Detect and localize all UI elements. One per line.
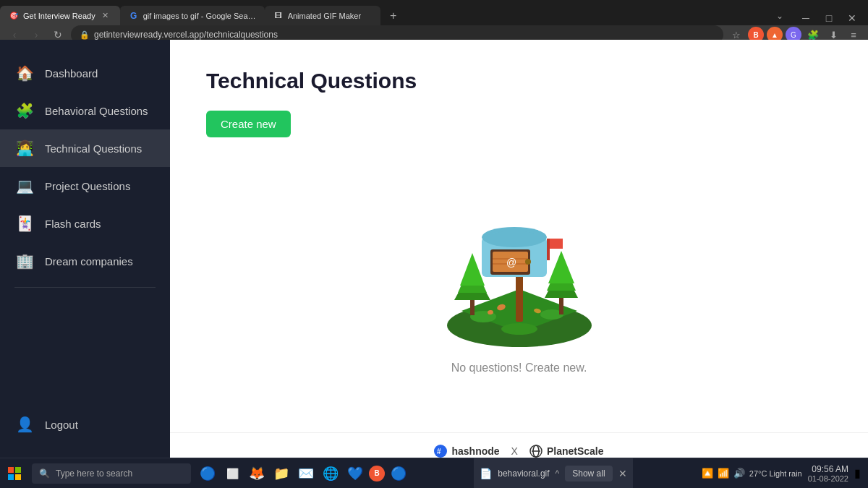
tab-animated-gif[interactable]: 🎞 Animated GIF Maker <box>265 6 380 25</box>
logout-icon: 👤 <box>14 414 35 435</box>
main-content: Technical Questions Create new <box>170 40 868 458</box>
wifi-icon[interactable]: 📶 <box>718 468 729 479</box>
sidebar-label-project: Project Questions <box>45 180 130 192</box>
sidebar-label-behavioral: Behavioral Questions <box>45 105 148 117</box>
download-bar: 📄 behavioral.gif ^ Show all ✕ <box>474 458 632 488</box>
sidebar-divider <box>14 287 156 288</box>
planetscale-icon <box>529 445 542 458</box>
tab3-title: Animated GIF Maker <box>288 12 372 20</box>
address-url: getinterviewready.vercel.app/technicalqu… <box>94 30 715 40</box>
notification-icon[interactable]: 🔼 <box>702 468 713 479</box>
chrome-taskbar-icon[interactable]: 🔵 <box>388 463 409 484</box>
tab1-close[interactable]: ✕ <box>100 10 111 22</box>
home-icon: 🏠 <box>14 63 35 83</box>
taskbar-app-icons: 🔵 ⬜ 🦊 📁 ✉️ 🌐 💙 B 🔵 <box>197 463 409 484</box>
sidebar-label-technical: Technical Questions <box>45 142 142 155</box>
clock-date: 01-08-2022 <box>808 474 848 483</box>
brave-taskbar-icon[interactable]: B <box>369 466 385 481</box>
svg-rect-34 <box>8 474 14 480</box>
hashnode-icon: # <box>434 445 447 458</box>
sidebar-label-logout: Logout <box>45 419 78 431</box>
task-view-icon[interactable]: ⬜ <box>221 463 243 484</box>
taskbar-search-text: Type here to search <box>56 468 132 479</box>
sidebar-item-dashboard[interactable]: 🏠 Dashboard <box>0 54 170 92</box>
sidebar-label-dream: Dream companies <box>45 255 133 267</box>
app-layout: 🏠 Dashboard 🧩 Behavioral Questions 👩‍💻 T… <box>0 40 868 458</box>
sidebar-item-behavioral[interactable]: 🧩 Behavioral Questions <box>0 92 170 129</box>
sidebar-item-logout[interactable]: 👤 Logout <box>0 406 170 443</box>
browser-chrome: 🎯 Get Interview Ready ✕ G gif images to … <box>0 0 868 40</box>
firefox-icon[interactable]: 🦊 <box>246 463 268 484</box>
tab-bar: 🎯 Get Interview Ready ✕ G gif images to … <box>0 0 868 25</box>
mail-icon[interactable]: ✉️ <box>295 463 317 484</box>
sidebar: 🏠 Dashboard 🧩 Behavioral Questions 👩‍💻 T… <box>0 40 170 458</box>
download-item: 📄 behavioral.gif ^ <box>480 468 559 479</box>
sidebar-item-flashcards[interactable]: 🃏 Flash cards <box>0 205 170 242</box>
show-all-button[interactable]: Show all <box>565 466 612 481</box>
clock-time: 09:56 AM <box>812 464 848 474</box>
close-button[interactable]: ✕ <box>842 11 862 25</box>
tab-google-search[interactable]: G gif images to gif - Google Search <box>120 6 265 25</box>
tab-get-interview-ready[interactable]: 🎯 Get Interview Ready ✕ <box>0 6 120 25</box>
hashnode-logo: # hashnode <box>434 445 499 458</box>
taskbar: 🔍 Type here to search 🔵 ⬜ 🦊 📁 ✉️ 🌐 💙 B 🔵… <box>0 458 868 488</box>
tab-overflow-button[interactable]: ⌄ <box>770 6 790 25</box>
svg-rect-21 <box>547 239 550 260</box>
create-new-button[interactable]: Create new <box>206 111 291 137</box>
system-icons: 🔼 📶 🔊 27°C Light rain <box>702 468 802 479</box>
sidebar-nav: 🏠 Dashboard 🧩 Behavioral Questions 👩‍💻 T… <box>0 54 170 443</box>
dream-icon: 🏢 <box>14 251 35 271</box>
tab3-favicon: 🎞 <box>273 11 284 21</box>
technical-icon: 👩‍💻 <box>14 138 35 158</box>
mailbox-illustration: @ <box>418 188 621 347</box>
sidebar-item-dream-companies[interactable]: 🏢 Dream companies <box>0 242 170 280</box>
system-clock[interactable]: 09:56 AM 01-08-2022 <box>808 464 848 483</box>
minimize-button[interactable]: ─ <box>796 11 816 25</box>
hashnode-label: hashnode <box>451 445 499 457</box>
svg-point-4 <box>501 323 537 335</box>
taskbar-system-tray: 🔼 📶 🔊 27°C Light rain 09:56 AM 01-08-202… <box>694 464 868 483</box>
project-icon: 💻 <box>14 176 35 196</box>
svg-rect-32 <box>8 467 14 473</box>
svg-rect-33 <box>15 467 21 473</box>
svg-rect-35 <box>15 474 21 480</box>
sidebar-label-dashboard: Dashboard <box>45 67 98 80</box>
cortana-icon[interactable]: 🔵 <box>197 463 218 484</box>
svg-text:@: @ <box>506 257 516 268</box>
svg-text:#: # <box>437 448 441 455</box>
svg-marker-12 <box>548 251 574 283</box>
sidebar-label-flashcards: Flash cards <box>45 218 101 230</box>
svg-rect-22 <box>550 239 563 249</box>
weather-widget: 27°C Light rain <box>749 469 802 478</box>
svg-point-26 <box>525 259 531 265</box>
taskbar-search-bar[interactable]: 🔍 Type here to search <box>32 463 191 484</box>
planetscale-logo: PlanetScale <box>529 445 604 458</box>
footer-x-separator: X <box>511 445 518 457</box>
tab1-title: Get Interview Ready <box>23 12 95 20</box>
new-tab-button[interactable]: + <box>383 6 404 25</box>
sidebar-item-technical[interactable]: 👩‍💻 Technical Questions <box>0 129 170 167</box>
vs-code-icon[interactable]: 💙 <box>344 463 366 484</box>
empty-state-text: No questions! Create new. <box>451 361 587 374</box>
download-file-icon: 📄 <box>480 468 492 479</box>
file-explorer-icon[interactable]: 📁 <box>271 463 292 484</box>
empty-state: @ No questions! Create new. <box>206 159 832 403</box>
download-chevron-icon[interactable]: ^ <box>556 468 560 479</box>
behavioral-icon: 🧩 <box>14 100 35 121</box>
content-body: Technical Questions Create new <box>170 40 868 432</box>
sidebar-item-project[interactable]: 💻 Project Questions <box>0 167 170 205</box>
volume-icon[interactable]: 🔊 <box>733 468 745 479</box>
tab2-favicon: G <box>129 11 139 21</box>
download-close-button[interactable]: ✕ <box>618 468 627 479</box>
start-button[interactable] <box>0 458 29 488</box>
flashcard-icon: 🃏 <box>14 213 35 234</box>
page-title: Technical Questions <box>206 69 832 93</box>
maximize-button[interactable]: □ <box>819 11 839 25</box>
svg-marker-8 <box>460 253 485 286</box>
show-desktop-button[interactable]: ▮ <box>854 466 861 480</box>
tab1-favicon: 🎯 <box>9 11 19 21</box>
planetscale-label: PlanetScale <box>547 445 604 457</box>
edge-icon[interactable]: 🌐 <box>320 463 341 484</box>
download-filename: behavioral.gif <box>498 468 549 479</box>
lock-icon: 🔒 <box>80 30 90 40</box>
